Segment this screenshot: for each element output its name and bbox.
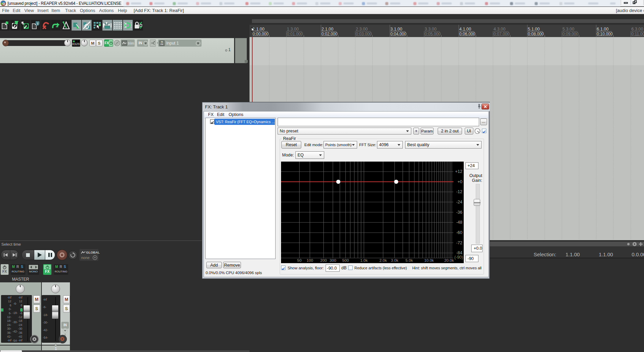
- svg-text:10.0k: 10.0k: [424, 258, 434, 262]
- svg-text:50: 50: [297, 258, 302, 262]
- svg-text:5.0k: 5.0k: [405, 258, 413, 262]
- svg-text:300: 300: [330, 258, 336, 262]
- svg-text:1.0k: 1.0k: [360, 258, 368, 262]
- svg-text:20.0k: 20.0k: [444, 258, 454, 262]
- svg-text:3.0k: 3.0k: [391, 258, 398, 262]
- svg-text:500: 500: [342, 258, 349, 262]
- svg-text:100: 100: [307, 258, 313, 262]
- svg-text:-36: -36: [456, 210, 462, 215]
- svg-text:-60: -60: [456, 230, 462, 235]
- svg-text:-24: -24: [456, 200, 462, 204]
- svg-text:200: 200: [320, 258, 327, 262]
- svg-text:i: i: [37, 21, 38, 25]
- svg-text:-48: -48: [456, 220, 462, 225]
- svg-text:(-90): (-90): [454, 255, 463, 260]
- svg-text:2.0k: 2.0k: [379, 258, 387, 262]
- svg-text:-72: -72: [456, 240, 462, 245]
- svg-text:-12: -12: [456, 189, 462, 194]
